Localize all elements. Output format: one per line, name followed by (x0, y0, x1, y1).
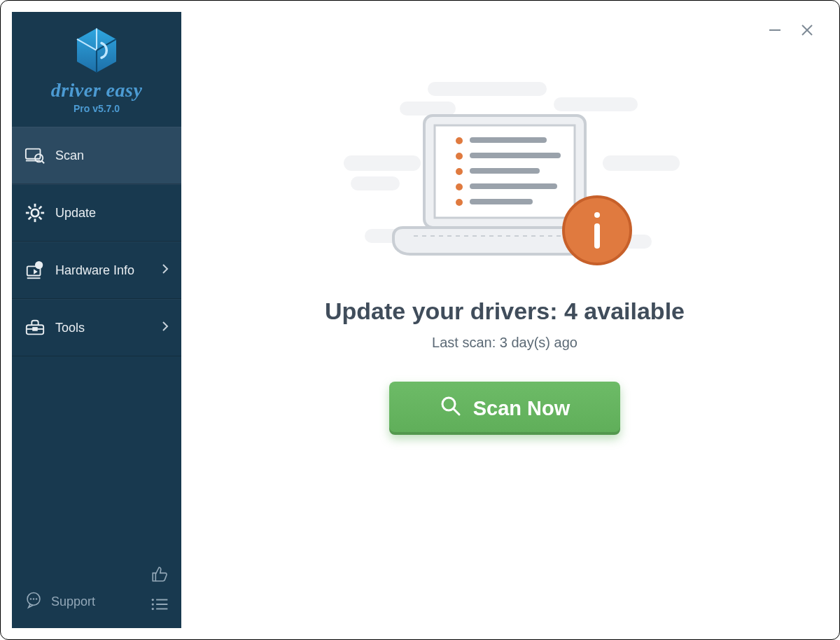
info-badge-icon (564, 197, 631, 264)
scan-illustration (323, 68, 687, 278)
app-window: driver easy Pro v5.7.0 Scan (0, 0, 840, 640)
svg-point-52 (456, 199, 463, 206)
svg-rect-38 (351, 176, 400, 190)
sidebar-item-label: Update (55, 206, 169, 221)
app-root: driver easy Pro v5.7.0 Scan (12, 12, 828, 628)
sidebar-item-update[interactable]: Update (12, 184, 181, 242)
svg-rect-37 (344, 155, 421, 171)
svg-line-60 (454, 409, 459, 415)
support-button[interactable]: Support (24, 591, 95, 613)
search-icon (440, 395, 462, 422)
scan-now-button[interactable]: Scan Now (389, 382, 620, 435)
svg-line-12 (29, 217, 31, 220)
svg-rect-20 (33, 328, 37, 331)
sidebar-side-actions (150, 565, 169, 615)
svg-rect-57 (594, 212, 600, 218)
sidebar-footer: Support (12, 578, 181, 628)
list-icon[interactable] (150, 597, 169, 615)
svg-rect-53 (470, 199, 533, 204)
svg-point-44 (456, 137, 463, 144)
scan-now-label: Scan Now (473, 397, 570, 420)
close-button[interactable] (799, 22, 816, 39)
svg-point-48 (456, 168, 463, 175)
svg-line-10 (29, 207, 31, 209)
svg-point-50 (456, 183, 463, 190)
chevron-right-icon (162, 321, 169, 335)
chevron-right-icon (162, 263, 169, 277)
support-label: Support (51, 594, 95, 609)
gear-icon (24, 202, 46, 223)
brand-block: driver easy Pro v5.7.0 (12, 12, 181, 127)
sidebar: driver easy Pro v5.7.0 Scan (12, 12, 181, 628)
svg-text:i: i (38, 262, 39, 269)
last-scan-text: Last scan: 3 day(s) ago (432, 335, 578, 351)
sidebar-item-label: Scan (55, 148, 169, 163)
svg-point-29 (152, 608, 154, 610)
logo-icon (12, 26, 181, 75)
sidebar-item-tools[interactable]: Tools (12, 299, 181, 356)
chat-icon (24, 591, 43, 613)
svg-point-22 (30, 598, 31, 599)
svg-rect-45 (470, 137, 547, 143)
svg-rect-35 (400, 102, 456, 116)
svg-point-23 (33, 598, 34, 599)
scan-icon (24, 145, 46, 166)
svg-rect-49 (470, 168, 540, 174)
svg-line-5 (41, 161, 44, 164)
sidebar-item-scan[interactable]: Scan (12, 127, 181, 184)
sidebar-nav: Scan (12, 127, 181, 356)
hardware-icon: i (24, 260, 46, 281)
svg-rect-51 (470, 183, 557, 189)
sidebar-item-label: Hardware Info (55, 263, 152, 278)
svg-point-27 (152, 603, 154, 605)
minimize-button[interactable] (766, 22, 783, 39)
svg-rect-47 (470, 153, 561, 158)
window-controls (766, 22, 816, 39)
thumbs-up-icon[interactable] (150, 565, 169, 587)
svg-point-25 (152, 599, 154, 601)
svg-rect-34 (428, 82, 547, 96)
sidebar-item-hardware-info[interactable]: i Hardware Info (12, 242, 181, 299)
svg-line-11 (39, 217, 42, 220)
sidebar-item-label: Tools (55, 321, 152, 335)
content-area: Update your drivers: 4 available Last sc… (181, 12, 828, 628)
svg-point-24 (36, 598, 37, 599)
product-name: driver easy (12, 79, 181, 102)
version-label: Pro v5.7.0 (12, 103, 181, 114)
toolbox-icon (24, 317, 46, 338)
svg-point-46 (456, 153, 463, 160)
main-panel: Update your drivers: 4 available Last sc… (181, 12, 828, 628)
svg-line-13 (39, 207, 42, 209)
svg-rect-58 (594, 223, 600, 249)
svg-rect-39 (603, 155, 680, 171)
svg-rect-36 (554, 97, 638, 111)
headline-text: Update your drivers: 4 available (325, 298, 685, 325)
